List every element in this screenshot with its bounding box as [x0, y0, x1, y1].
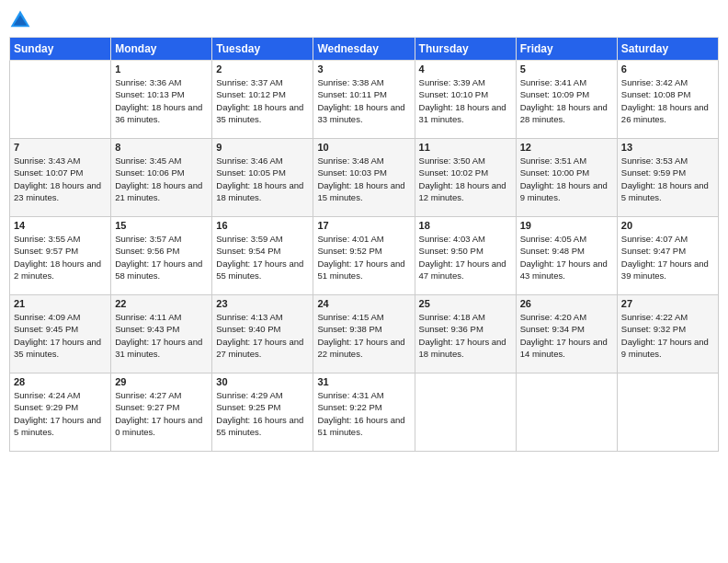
day-info: Sunrise: 4:11 AM Sunset: 9:43 PM Dayligh… — [115, 311, 208, 360]
daylight-text: Daylight: 17 hours and 22 minutes. — [317, 336, 410, 361]
calendar-cell: 13 Sunrise: 3:53 AM Sunset: 9:59 PM Dayl… — [617, 139, 718, 217]
day-number: 7 — [14, 142, 107, 153]
sunset-text: Sunset: 9:36 PM — [419, 323, 512, 335]
sunrise-text: Sunrise: 4:15 AM — [317, 311, 410, 323]
daylight-text: Daylight: 18 hours and 5 minutes. — [621, 179, 714, 204]
daylight-text: Daylight: 18 hours and 12 minutes. — [419, 179, 512, 204]
sunrise-text: Sunrise: 3:53 AM — [621, 155, 714, 167]
sunset-text: Sunset: 10:13 PM — [115, 88, 208, 100]
sunrise-text: Sunrise: 3:48 AM — [317, 155, 410, 167]
sunrise-text: Sunrise: 3:59 AM — [216, 233, 309, 245]
day-number: 8 — [115, 142, 208, 153]
calendar-cell: 24 Sunrise: 4:15 AM Sunset: 9:38 PM Dayl… — [313, 295, 415, 373]
daylight-text: Daylight: 18 hours and 18 minutes. — [216, 179, 309, 204]
day-number: 10 — [317, 142, 410, 153]
day-info: Sunrise: 3:55 AM Sunset: 9:57 PM Dayligh… — [14, 233, 107, 282]
sunset-text: Sunset: 9:48 PM — [520, 245, 613, 257]
calendar-cell: 4 Sunrise: 3:39 AM Sunset: 10:10 PM Dayl… — [415, 61, 516, 139]
day-info: Sunrise: 4:01 AM Sunset: 9:52 PM Dayligh… — [317, 233, 410, 282]
daylight-text: Daylight: 17 hours and 35 minutes. — [14, 336, 107, 361]
sunrise-text: Sunrise: 3:38 AM — [317, 76, 410, 88]
day-number: 2 — [216, 63, 309, 75]
day-info: Sunrise: 3:39 AM Sunset: 10:10 PM Daylig… — [419, 76, 512, 125]
daylight-text: Daylight: 16 hours and 55 minutes. — [216, 414, 309, 439]
week-row-3: 14 Sunrise: 3:55 AM Sunset: 9:57 PM Dayl… — [10, 217, 719, 295]
day-info: Sunrise: 3:57 AM Sunset: 9:56 PM Dayligh… — [115, 233, 208, 282]
day-number: 16 — [216, 220, 309, 231]
day-number: 5 — [520, 63, 613, 75]
sunrise-text: Sunrise: 4:22 AM — [621, 311, 714, 323]
sunset-text: Sunset: 9:43 PM — [115, 323, 208, 335]
sunrise-text: Sunrise: 4:13 AM — [216, 311, 309, 323]
sunset-text: Sunset: 9:38 PM — [317, 323, 410, 335]
day-info: Sunrise: 4:15 AM Sunset: 9:38 PM Dayligh… — [317, 311, 410, 360]
sunset-text: Sunset: 10:03 PM — [317, 167, 410, 178]
calendar-cell: 29 Sunrise: 4:27 AM Sunset: 9:27 PM Dayl… — [111, 373, 212, 452]
day-number: 25 — [419, 298, 512, 309]
day-info: Sunrise: 3:51 AM Sunset: 10:00 PM Daylig… — [520, 155, 613, 203]
week-row-5: 28 Sunrise: 4:24 AM Sunset: 9:29 PM Dayl… — [10, 373, 719, 452]
calendar-cell — [415, 373, 516, 452]
calendar-cell: 21 Sunrise: 4:09 AM Sunset: 9:45 PM Dayl… — [10, 295, 111, 373]
day-number: 26 — [520, 298, 613, 309]
sunrise-text: Sunrise: 4:01 AM — [317, 233, 410, 245]
daylight-text: Daylight: 17 hours and 0 minutes. — [115, 414, 208, 439]
weekday-header-monday: Monday — [111, 38, 212, 61]
day-info: Sunrise: 4:13 AM Sunset: 9:40 PM Dayligh… — [216, 311, 309, 360]
day-number: 13 — [621, 142, 714, 153]
day-number: 15 — [115, 220, 208, 231]
day-number: 19 — [520, 220, 613, 231]
sunset-text: Sunset: 9:45 PM — [14, 323, 107, 335]
daylight-text: Daylight: 17 hours and 5 minutes. — [14, 414, 107, 439]
sunset-text: Sunset: 10:05 PM — [216, 167, 309, 178]
sunset-text: Sunset: 9:34 PM — [520, 323, 613, 335]
day-info: Sunrise: 4:29 AM Sunset: 9:25 PM Dayligh… — [216, 389, 309, 438]
calendar-cell — [10, 61, 111, 139]
day-number: 20 — [621, 220, 714, 231]
day-info: Sunrise: 4:22 AM Sunset: 9:32 PM Dayligh… — [621, 311, 714, 360]
sunrise-text: Sunrise: 4:24 AM — [14, 389, 107, 401]
daylight-text: Daylight: 18 hours and 36 minutes. — [115, 101, 208, 126]
day-number: 21 — [14, 298, 107, 309]
sunrise-text: Sunrise: 4:27 AM — [115, 389, 208, 401]
calendar-cell: 18 Sunrise: 4:03 AM Sunset: 9:50 PM Dayl… — [415, 217, 516, 295]
sunrise-text: Sunrise: 3:51 AM — [520, 155, 613, 167]
calendar-cell — [516, 373, 617, 452]
page-header — [9, 9, 719, 31]
calendar-cell: 25 Sunrise: 4:18 AM Sunset: 9:36 PM Dayl… — [415, 295, 516, 373]
day-info: Sunrise: 4:31 AM Sunset: 9:22 PM Dayligh… — [317, 389, 410, 438]
sunset-text: Sunset: 9:22 PM — [317, 401, 410, 413]
sunrise-text: Sunrise: 3:42 AM — [621, 76, 714, 88]
daylight-text: Daylight: 18 hours and 26 minutes. — [621, 101, 714, 126]
calendar-cell: 20 Sunrise: 4:07 AM Sunset: 9:47 PM Dayl… — [617, 217, 718, 295]
calendar-cell: 9 Sunrise: 3:46 AM Sunset: 10:05 PM Dayl… — [212, 139, 313, 217]
daylight-text: Daylight: 18 hours and 9 minutes. — [520, 179, 613, 204]
sunset-text: Sunset: 9:32 PM — [621, 323, 714, 335]
sunrise-text: Sunrise: 3:46 AM — [216, 155, 309, 167]
sunset-text: Sunset: 9:56 PM — [115, 245, 208, 257]
day-info: Sunrise: 3:43 AM Sunset: 10:07 PM Daylig… — [14, 155, 107, 203]
day-info: Sunrise: 4:09 AM Sunset: 9:45 PM Dayligh… — [14, 311, 107, 360]
daylight-text: Daylight: 17 hours and 9 minutes. — [621, 336, 714, 361]
calendar-cell: 19 Sunrise: 4:05 AM Sunset: 9:48 PM Dayl… — [516, 217, 617, 295]
sunrise-text: Sunrise: 3:57 AM — [115, 233, 208, 245]
daylight-text: Daylight: 17 hours and 58 minutes. — [115, 258, 208, 282]
sunset-text: Sunset: 10:11 PM — [317, 88, 410, 100]
sunset-text: Sunset: 10:10 PM — [419, 88, 512, 100]
week-row-2: 7 Sunrise: 3:43 AM Sunset: 10:07 PM Dayl… — [10, 139, 719, 217]
day-info: Sunrise: 3:53 AM Sunset: 9:59 PM Dayligh… — [621, 155, 714, 203]
calendar-cell — [617, 373, 718, 452]
day-number: 22 — [115, 298, 208, 309]
day-number: 11 — [419, 142, 512, 153]
calendar-cell: 26 Sunrise: 4:20 AM Sunset: 9:34 PM Dayl… — [516, 295, 617, 373]
sunset-text: Sunset: 10:06 PM — [115, 167, 208, 178]
day-info: Sunrise: 3:42 AM Sunset: 10:08 PM Daylig… — [621, 76, 714, 125]
sunrise-text: Sunrise: 4:03 AM — [419, 233, 512, 245]
calendar-cell: 31 Sunrise: 4:31 AM Sunset: 9:22 PM Dayl… — [313, 373, 415, 452]
day-info: Sunrise: 3:45 AM Sunset: 10:06 PM Daylig… — [115, 155, 208, 203]
sunset-text: Sunset: 9:29 PM — [14, 401, 107, 413]
sunset-text: Sunset: 9:40 PM — [216, 323, 309, 335]
sunset-text: Sunset: 9:54 PM — [216, 245, 309, 257]
day-number: 28 — [14, 376, 107, 387]
day-info: Sunrise: 3:36 AM Sunset: 10:13 PM Daylig… — [115, 76, 208, 125]
